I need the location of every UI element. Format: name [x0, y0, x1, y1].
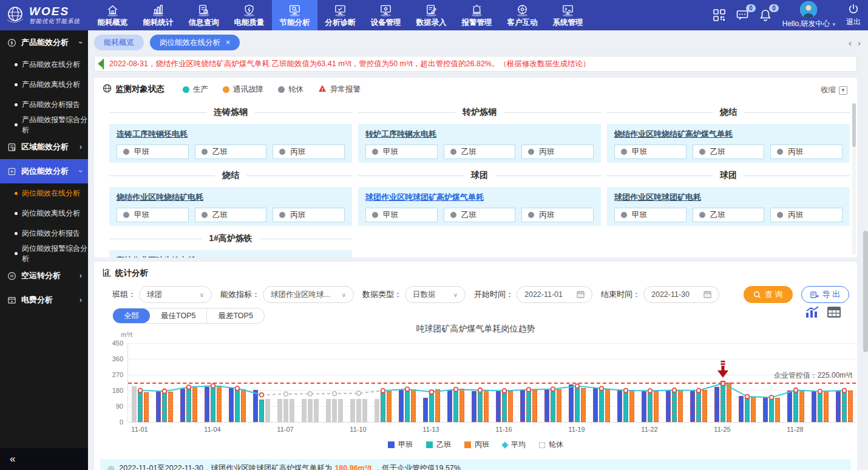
nav-item-chart[interactable]: 能耗统计: [135, 0, 181, 30]
average-marker[interactable]: [260, 393, 264, 397]
shift-status-box[interactable]: 甲班: [117, 208, 189, 222]
chart-legend-item[interactable]: 甲班: [388, 440, 413, 450]
shift-status-box[interactable]: 乙班: [195, 208, 267, 222]
monitor-card-title-link[interactable]: 转炉工序吨钢水电耗: [365, 129, 436, 140]
monitor-card-title-link[interactable]: 烧结作业区吨烧结矿电耗: [117, 192, 203, 203]
logout-button[interactable]: 退出: [846, 4, 861, 27]
sidebar-section-fee[interactable]: 电费分析›: [0, 288, 88, 312]
notification-bell-icon[interactable]: 0: [759, 9, 771, 21]
nav-item-monitor-search[interactable]: 节能分析: [272, 0, 317, 30]
user-menu[interactable]: Hello,研发中心 ▾: [782, 1, 835, 29]
sidebar-collapse-button[interactable]: «: [0, 448, 88, 470]
average-marker[interactable]: [333, 392, 337, 396]
sidebar-section-product[interactable]: 产品能效分析›: [0, 30, 88, 55]
nav-item-interaction[interactable]: 客户互动: [500, 0, 545, 30]
chart-legend-item[interactable]: 丙班: [464, 440, 489, 450]
select-dropdown[interactable]: 球团∨: [139, 286, 212, 303]
monitor-card-title-link[interactable]: 球团作业区吨球团矿电耗: [614, 192, 701, 203]
nav-item-doc-edit[interactable]: 数据录入: [409, 0, 454, 30]
tab-active[interactable]: 岗位能效在线分析×: [150, 35, 240, 50]
shift-status-box[interactable]: 丙班: [273, 145, 345, 159]
select-dropdown[interactable]: 球团作业区吨球...∨: [263, 286, 354, 303]
monitor-scrollbar-thumb[interactable]: [852, 103, 856, 147]
shift-status-box[interactable]: 丙班: [770, 145, 843, 159]
sidebar-item[interactable]: 产品能效离线分析: [0, 75, 88, 95]
shift-status-box[interactable]: 甲班: [117, 145, 189, 159]
export-button[interactable]: 导 出: [801, 286, 850, 303]
chart-legend-item[interactable]: 乙班: [426, 440, 451, 450]
sidebar-item[interactable]: 岗位能效离线分析: [0, 203, 88, 223]
nav-item-computer[interactable]: 系统管理: [545, 0, 591, 30]
sidebar-item[interactable]: 产品能效分析报告: [0, 95, 88, 115]
tab-item[interactable]: 能耗概览: [94, 35, 144, 50]
average-marker[interactable]: [187, 385, 191, 389]
nav-item-siren[interactable]: 报警管理: [454, 0, 500, 30]
average-marker[interactable]: [308, 392, 313, 396]
average-marker[interactable]: [405, 387, 410, 391]
average-marker[interactable]: [624, 389, 628, 393]
average-marker[interactable]: [600, 386, 604, 390]
message-icon[interactable]: 0: [736, 9, 748, 21]
average-marker[interactable]: [478, 388, 483, 392]
sidebar-section-idle[interactable]: 空运转分析›: [0, 264, 88, 288]
close-icon[interactable]: ×: [226, 38, 230, 47]
monitor-scrollbar[interactable]: [852, 103, 856, 255]
tab-scroll-left-icon[interactable]: ‹: [849, 38, 852, 48]
average-marker[interactable]: [794, 388, 798, 392]
average-marker[interactable]: [138, 389, 143, 393]
monitor-card-title-link[interactable]: 高炉作业区吨生铁电耗: [117, 255, 195, 257]
monitor-card-title-link[interactable]: 连铸工序吨钢坯电耗: [117, 129, 188, 140]
average-marker[interactable]: [284, 392, 288, 396]
select-dropdown[interactable]: 日数据∨: [405, 286, 466, 303]
sidebar-item[interactable]: 岗位能效分析报告: [0, 223, 88, 244]
view-tab-active[interactable]: 全部: [113, 308, 150, 323]
shift-status-box[interactable]: 乙班: [444, 145, 516, 159]
shift-status-box[interactable]: 乙班: [444, 208, 516, 222]
average-marker[interactable]: [673, 388, 677, 392]
monitor-card-title-link[interactable]: 球团作业区吨球团矿高炉煤气单耗: [365, 192, 484, 203]
average-marker[interactable]: [236, 386, 240, 390]
chart-plot-area[interactable]: 企业管控值：225.00m³/t: [127, 343, 856, 422]
average-marker[interactable]: [575, 384, 580, 388]
chart-legend-item[interactable]: 轮休: [539, 440, 563, 450]
nav-item-monitor-gear[interactable]: 设备管理: [363, 0, 409, 30]
nav-item-doc-search[interactable]: 信息查询: [181, 0, 226, 30]
shift-status-box[interactable]: 丙班: [521, 145, 594, 159]
average-marker[interactable]: [163, 389, 167, 393]
average-marker[interactable]: [648, 389, 653, 393]
chart-view-icon[interactable]: [805, 305, 819, 319]
shift-status-box[interactable]: 丙班: [521, 208, 594, 222]
table-view-icon[interactable]: [827, 306, 841, 318]
view-tab-item[interactable]: 最佳TOP5: [150, 308, 207, 323]
alert-collapse-arrow-icon[interactable]: [96, 58, 104, 69]
average-marker[interactable]: [357, 391, 361, 395]
nav-item-shield[interactable]: 电能质量: [226, 0, 272, 30]
nav-item-monitor-check[interactable]: 分析诊断: [317, 0, 363, 30]
chart-legend-item[interactable]: 平均: [503, 440, 526, 450]
shift-status-box[interactable]: 甲班: [365, 145, 438, 159]
average-marker[interactable]: [770, 395, 774, 400]
average-marker[interactable]: [745, 395, 750, 399]
sidebar-item[interactable]: 岗位能效在线分析: [0, 183, 88, 203]
query-button[interactable]: 查 询: [744, 286, 793, 303]
shift-status-box[interactable]: 甲班: [365, 208, 438, 222]
sidebar-section-post[interactable]: 岗位能效分析›: [0, 159, 88, 183]
nav-item-home[interactable]: 能耗概览: [90, 0, 135, 30]
shift-status-box[interactable]: 乙班: [195, 145, 267, 159]
shift-status-box[interactable]: 丙班: [273, 208, 345, 222]
date-picker[interactable]: 2022-11-01: [517, 286, 592, 303]
sidebar-item[interactable]: 产品能效在线分析: [0, 55, 88, 75]
sidebar-item[interactable]: 产品能效报警综合分析: [0, 115, 88, 135]
page-scrollbar[interactable]: [863, 30, 868, 470]
average-marker[interactable]: [527, 387, 531, 392]
page-scrollbar-thumb[interactable]: [863, 231, 868, 352]
average-marker[interactable]: [697, 389, 701, 393]
average-marker[interactable]: [503, 389, 507, 393]
average-marker[interactable]: [381, 389, 385, 393]
shift-status-box[interactable]: 乙班: [693, 145, 765, 159]
average-marker[interactable]: [430, 390, 434, 394]
shift-status-box[interactable]: 甲班: [614, 145, 687, 159]
shift-status-box[interactable]: 丙班: [770, 208, 843, 222]
shift-status-box[interactable]: 乙班: [693, 208, 765, 222]
date-picker[interactable]: 2022-11-30: [643, 286, 719, 303]
